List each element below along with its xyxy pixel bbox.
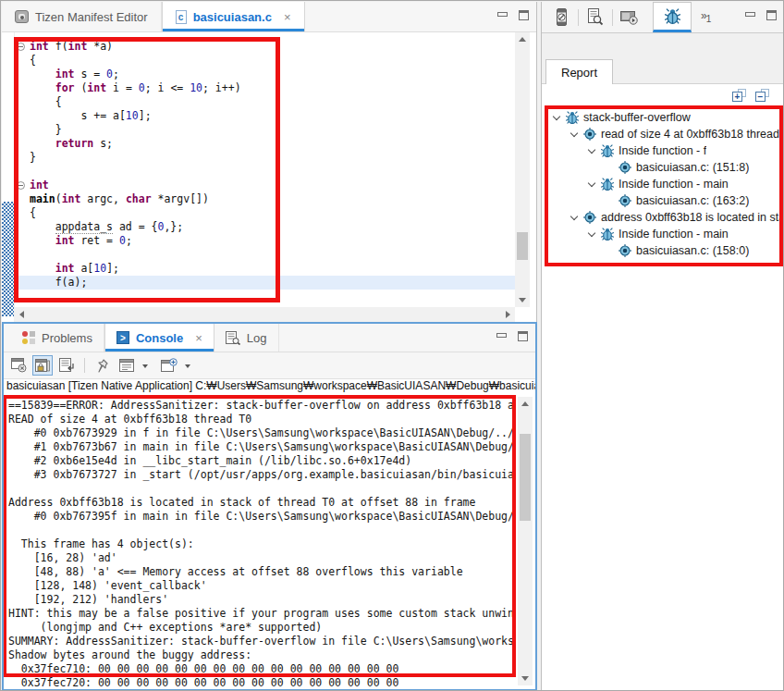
scrollbar-thumb[interactable] — [517, 232, 528, 260]
code-line[interactable]: } — [15, 151, 515, 165]
editor-vertical-scrollbar[interactable] — [515, 32, 530, 307]
editor-horizontal-scrollbar[interactable] — [15, 307, 515, 322]
code-line[interactable]: int — [15, 179, 515, 192]
close-tab-icon[interactable]: × — [284, 10, 291, 24]
console-line: READ of size 4 at 0xbff63b18 thread T0 — [8, 413, 515, 426]
code-editor[interactable]: int f(int *a){ int s = 0; for (int i = 0… — [2, 32, 536, 322]
fold-collapse-icon[interactable] — [17, 43, 25, 51]
console-line — [8, 482, 515, 496]
minimize-icon[interactable] — [496, 333, 507, 338]
chevron-expanded-icon[interactable] — [588, 228, 595, 236]
chevron-expanded-icon[interactable] — [588, 145, 595, 153]
code-line[interactable]: int f(int *a) — [15, 40, 515, 54]
maximize-icon[interactable] — [519, 10, 529, 20]
code-token: int — [30, 179, 49, 191]
scroll-lock-icon[interactable] — [32, 355, 53, 376]
code-line[interactable]: f(a); — [15, 276, 515, 290]
code-line[interactable] — [15, 165, 515, 179]
tab-problems[interactable]: Problems — [11, 324, 104, 352]
tizen-studio-window: Tizen Manifest Editor c basicuiasan.c × … — [0, 0, 784, 691]
fold-collapse-icon[interactable] — [17, 181, 25, 190]
minimize-icon[interactable] — [497, 12, 508, 17]
chevron-expanded-icon[interactable] — [553, 112, 560, 119]
chevron-expanded-icon[interactable] — [570, 212, 578, 219]
tree-item[interactable]: Inside function - f — [548, 142, 779, 159]
tree-item[interactable]: basicuiasan.c: (158:0) — [548, 242, 779, 259]
code-line[interactable]: { — [15, 206, 515, 220]
console-line: #3 0xb7673727 in _start (/opt/usr/apps/o… — [8, 468, 515, 482]
scroll-down-icon[interactable] — [519, 298, 526, 302]
code-line[interactable]: int a[10]; — [15, 262, 515, 276]
log-view-icon[interactable] — [583, 6, 607, 30]
console-line: ==15839==ERROR: AddressSanitizer: stack-… — [8, 399, 515, 413]
code-line[interactable]: int s = 0; — [15, 68, 515, 81]
code-line[interactable]: } — [15, 123, 515, 137]
scroll-right-icon[interactable] — [506, 311, 510, 318]
console-line: Shadow bytes around the buggy address: — [8, 648, 515, 662]
overflow-count: 1 — [706, 15, 711, 25]
tab-tizen-manifest-editor[interactable]: Tizen Manifest Editor — [2, 2, 162, 31]
scrollbar-thumb[interactable] — [520, 434, 531, 521]
close-console-icon[interactable] — [8, 355, 29, 376]
emulator-manager-icon[interactable] — [618, 6, 642, 30]
scroll-down-icon[interactable] — [521, 676, 529, 681]
code-token: 10 — [126, 109, 139, 122]
code-token — [30, 137, 55, 150]
code-token: ]; — [106, 262, 119, 275]
code-token — [30, 234, 55, 247]
code-line[interactable]: int ret = 0; — [15, 234, 515, 248]
analyzer-pane: »1 Report + − stack-buffer-overflowread … — [541, 2, 784, 691]
code-line[interactable]: main(int argc, char *argv[]) — [15, 192, 515, 206]
open-console-icon[interactable] — [159, 355, 179, 376]
tree-item[interactable]: address 0xbff63b18 is located in stack — [548, 209, 779, 226]
code-line[interactable] — [15, 248, 515, 262]
close-tab-icon[interactable]: × — [195, 331, 202, 345]
expand-all-button[interactable]: + — [732, 89, 746, 102]
dropdown-caret-icon[interactable] — [185, 364, 190, 371]
tab-label: Problems — [42, 331, 92, 345]
tab-report[interactable]: Report — [545, 59, 613, 84]
tab-log[interactable]: Log — [214, 324, 279, 352]
maximize-icon[interactable] — [766, 10, 777, 20]
tab-console[interactable]: > Console × — [104, 324, 214, 352]
collapse-all-button[interactable]: − — [755, 89, 769, 102]
dropdown-caret-icon[interactable] — [142, 364, 148, 371]
code-line[interactable]: return s; — [15, 137, 515, 151]
code-token: ; i++) — [202, 81, 241, 94]
dynamic-analyzer-icon[interactable] — [653, 2, 692, 32]
minimize-icon[interactable] — [745, 12, 755, 17]
tree-item[interactable]: Inside function - main — [548, 176, 779, 192]
scroll-up-icon[interactable] — [521, 401, 529, 406]
code-token: char — [126, 192, 152, 205]
tree-item[interactable]: stack-buffer-overflow — [548, 109, 779, 126]
tree-item[interactable]: basicuiasan.c: (151:8) — [548, 159, 779, 176]
tab-basicuiasan-c[interactable]: c basicuiasan.c × — [162, 2, 305, 31]
toolbar-overflow-chevron[interactable]: »1 — [701, 9, 710, 24]
code-line[interactable]: { — [15, 95, 515, 109]
tree-item[interactable]: read of size 4 at 0xbff63b18 thread T0 — [548, 126, 779, 142]
problems-icon — [22, 331, 35, 344]
code-token: ; — [126, 234, 132, 247]
console-output[interactable]: ==15839==ERROR: AddressSanitizer: stack-… — [4, 395, 535, 689]
console-pane: Problems > Console × Log — [2, 322, 537, 691]
display-selected-console-icon[interactable] — [116, 355, 137, 376]
word-wrap-icon[interactable] — [56, 355, 77, 376]
maximize-icon[interactable] — [518, 331, 528, 341]
tree-item[interactable]: Inside function - main — [548, 226, 779, 242]
console-line: #2 0xb6e15e4d in __libc_start_main (/lib… — [8, 454, 515, 468]
chevron-expanded-icon[interactable] — [588, 179, 595, 186]
connection-explorer-icon[interactable] — [549, 6, 573, 30]
code-line[interactable]: appdata_s ad = {0,}; — [15, 220, 515, 234]
code-line[interactable]: for (int i = 0; i <= 10; i++) — [15, 81, 515, 95]
tree-item[interactable]: basicuiasan.c: (163:2) — [548, 192, 779, 209]
scroll-up-icon[interactable] — [519, 37, 526, 42]
console-vertical-scrollbar[interactable] — [518, 397, 533, 685]
code-token: int — [87, 81, 106, 94]
code-line[interactable]: s += a[10]; — [15, 109, 515, 123]
pin-console-icon[interactable] — [92, 355, 113, 376]
chevron-expanded-icon[interactable] — [570, 129, 578, 136]
scroll-left-icon[interactable] — [19, 311, 24, 318]
code-token: 0 — [106, 68, 113, 80]
code-token: int — [55, 68, 75, 80]
code-line[interactable]: { — [15, 54, 515, 68]
